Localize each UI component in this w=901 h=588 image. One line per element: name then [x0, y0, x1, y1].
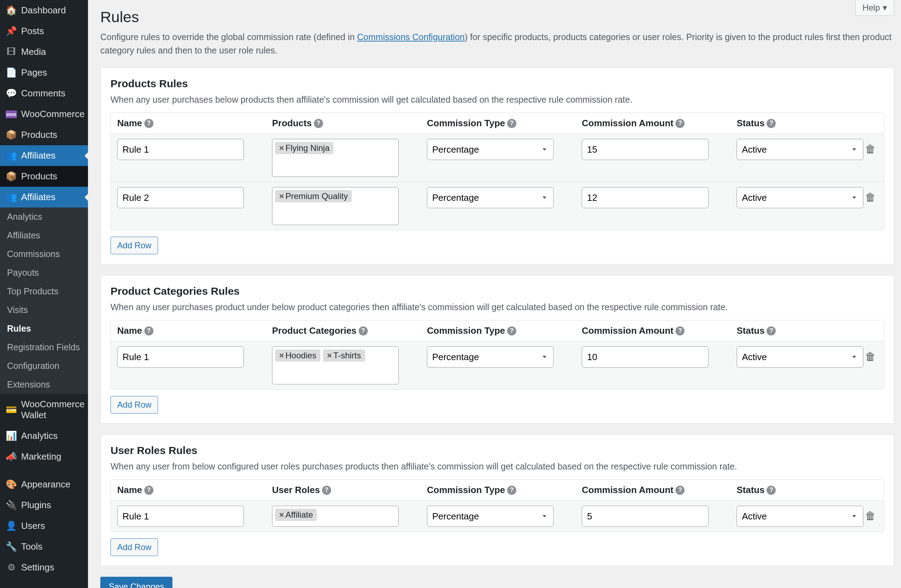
sidebar-item-comments[interactable]: 💬Comments	[0, 83, 88, 104]
help-icon[interactable]: ?	[322, 486, 331, 495]
help-icon[interactable]: ?	[767, 486, 776, 495]
remove-tag-icon[interactable]: ×	[327, 351, 332, 361]
commission-type-select[interactable]: Percentage	[427, 506, 553, 527]
add-row-button[interactable]: Add Row	[111, 237, 158, 254]
remove-tag-icon[interactable]: ×	[279, 143, 284, 153]
roles-tags-input[interactable]: ×Affiliate	[272, 506, 399, 527]
sidebar-item-label: Tools	[21, 541, 42, 552]
sidebar-item-pages[interactable]: 📄Pages	[0, 62, 88, 83]
sidebar-item-analytics[interactable]: 📊Analytics	[0, 426, 88, 446]
help-icon[interactable]: ?	[144, 119, 153, 128]
help-icon[interactable]: ?	[359, 327, 368, 336]
help-icon[interactable]: ?	[314, 119, 323, 128]
sidebar-item-users[interactable]: 👤Users	[0, 516, 88, 536]
table-header: Name? User Roles? Commission Type? Commi…	[111, 480, 884, 501]
status-select[interactable]: Active	[737, 506, 864, 527]
sidebar-item-label: Comments	[21, 88, 65, 99]
help-icon[interactable]: ?	[675, 327, 684, 336]
rule-name-input[interactable]	[117, 506, 244, 527]
commission-amount-input[interactable]	[582, 139, 708, 160]
trash-icon[interactable]: 🗑	[865, 143, 876, 155]
card-description: When any user purchases product under be…	[111, 302, 884, 312]
sidebar-sub-top-products[interactable]: Top Products	[0, 282, 88, 301]
sidebar-sub-extensions[interactable]: Extensions	[0, 375, 88, 394]
trash-icon[interactable]: 🗑	[865, 191, 876, 203]
commissions-config-link[interactable]: Commissions Configuration	[357, 32, 465, 42]
wallet-icon: 💳	[6, 404, 17, 415]
help-icon[interactable]: ?	[767, 119, 776, 128]
sidebar-item-media[interactable]: 🎞Media	[0, 42, 88, 62]
sidebar-sub-commissions[interactable]: Commissions	[0, 245, 88, 263]
help-icon[interactable]: ?	[144, 327, 153, 336]
help-icon[interactable]: ?	[507, 119, 516, 128]
sidebar-item-products-2[interactable]: 📦Products	[0, 166, 88, 187]
sidebar-item-woocommerce[interactable]: wooWooCommerce	[0, 104, 88, 124]
status-select[interactable]: Active	[737, 346, 864, 367]
sidebar-item-label: Affiliates	[21, 150, 56, 161]
table-row: ×Hoodies ×T-shirts Percentage Active 🗑	[111, 341, 884, 389]
sidebar-item-settings[interactable]: ⚙Settings	[0, 557, 88, 578]
remove-tag-icon[interactable]: ×	[279, 510, 284, 520]
sidebar-sub-analytics[interactable]: Analytics	[0, 207, 88, 226]
sidebar-item-demo-users[interactable]: ⚙Demo Users	[0, 585, 88, 588]
sidebar-sub-payouts[interactable]: Payouts	[0, 263, 88, 282]
trash-icon[interactable]: 🗑	[865, 510, 876, 522]
col-header-name: Name	[117, 118, 142, 129]
sidebar-item-dashboard[interactable]: 🏠Dashboard	[0, 0, 88, 21]
col-header-roles: User Roles	[272, 485, 320, 496]
sidebar-sub-affiliates[interactable]: Affiliates	[0, 226, 88, 245]
remove-tag-icon[interactable]: ×	[279, 191, 284, 201]
commission-type-select[interactable]: Percentage	[427, 139, 553, 160]
sidebar-item-posts[interactable]: 📌Posts	[0, 21, 88, 42]
commission-amount-input[interactable]	[582, 346, 708, 367]
help-icon[interactable]: ?	[507, 486, 516, 495]
help-icon[interactable]: ?	[767, 327, 776, 336]
commission-amount-input[interactable]	[582, 187, 708, 208]
rule-name-input[interactable]	[117, 139, 244, 160]
sidebar-item-plugins[interactable]: 🔌Plugins	[0, 495, 88, 516]
col-header-type: Commission Type	[427, 485, 505, 496]
sidebar-item-label: Posts	[21, 26, 44, 37]
sidebar-item-affiliates-2[interactable]: 👥Affiliates	[0, 187, 88, 207]
card-title: Products Rules	[111, 78, 884, 90]
sidebar-item-appearance[interactable]: 🎨Appearance	[0, 474, 88, 495]
help-icon[interactable]: ?	[675, 119, 684, 128]
sidebar-sub-rules[interactable]: Rules	[0, 319, 88, 338]
help-icon[interactable]: ?	[144, 486, 153, 495]
products-tags-input[interactable]: ×Premium Quality	[272, 187, 399, 225]
plug-icon: 🔌	[6, 500, 17, 511]
remove-tag-icon[interactable]: ×	[279, 351, 284, 361]
products-rules-card: Products Rules When any user purchases b…	[100, 67, 894, 264]
pin-icon: 📌	[6, 26, 17, 37]
products-tags-input[interactable]: ×Flying Ninja	[272, 139, 399, 177]
card-description: When any user purchases below products t…	[111, 95, 884, 105]
commission-type-select[interactable]: Percentage	[427, 187, 553, 208]
help-icon[interactable]: ?	[675, 486, 684, 495]
table-row: ×Flying Ninja Percentage Active 🗑	[111, 134, 884, 182]
sidebar-item-woo-wallet[interactable]: 💳WooCommerce Wallet	[0, 394, 88, 426]
save-changes-button[interactable]: Save Changes	[100, 577, 173, 588]
status-select[interactable]: Active	[737, 139, 864, 160]
sidebar-item-label: Users	[21, 521, 45, 531]
sidebar-item-marketing[interactable]: 📣Marketing	[0, 446, 88, 467]
user-roles-rules-card: User Roles Rules When any user from belo…	[100, 434, 894, 566]
add-row-button[interactable]: Add Row	[111, 396, 158, 414]
add-row-button[interactable]: Add Row	[111, 538, 158, 556]
rule-name-input[interactable]	[117, 187, 244, 208]
sidebar-sub-visits[interactable]: Visits	[0, 301, 88, 319]
col-header-status: Status	[737, 118, 764, 129]
sidebar-item-tools[interactable]: 🔧Tools	[0, 536, 88, 557]
help-icon[interactable]: ?	[507, 327, 516, 336]
commission-amount-input[interactable]	[582, 506, 708, 527]
sidebar-item-products[interactable]: 📦Products	[0, 124, 88, 145]
commission-type-select[interactable]: Percentage	[427, 346, 553, 367]
rule-name-input[interactable]	[117, 346, 244, 367]
table-header: Name? Products? Commission Type? Commiss…	[111, 113, 884, 134]
sidebar-sub-registration-fields[interactable]: Registration Fields	[0, 338, 88, 356]
categories-tags-input[interactable]: ×Hoodies ×T-shirts	[272, 346, 399, 384]
sidebar-sub-configuration[interactable]: Configuration	[0, 356, 88, 375]
help-toggle[interactable]: Help▾	[855, 0, 894, 16]
status-select[interactable]: Active	[737, 187, 864, 208]
sidebar-item-affiliates[interactable]: 👥Affiliates	[0, 145, 88, 166]
trash-icon[interactable]: 🗑	[865, 351, 876, 362]
